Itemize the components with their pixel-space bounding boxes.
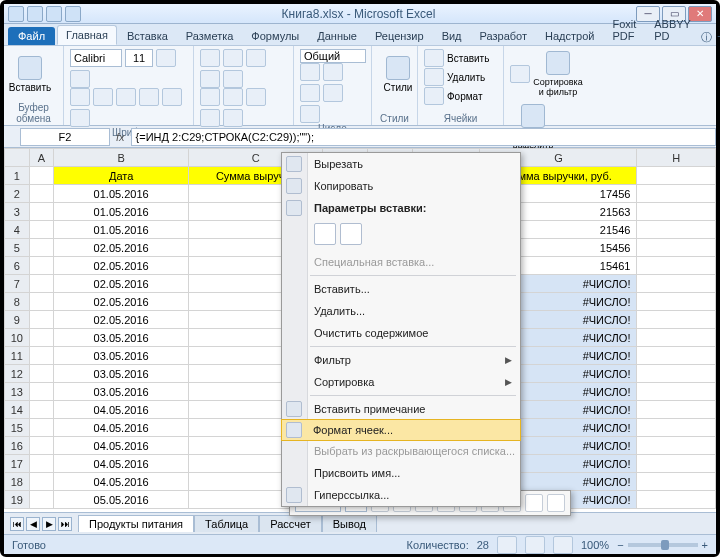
qat-undo-icon[interactable]: [46, 6, 62, 22]
number-format[interactable]: Общий: [300, 49, 366, 63]
sheet-nav-prev[interactable]: ◀: [26, 517, 40, 531]
cell[interactable]: [637, 437, 716, 455]
sheet-tab-3[interactable]: Вывод: [322, 515, 377, 532]
cell[interactable]: [637, 329, 716, 347]
cell[interactable]: 02.05.2016: [54, 311, 189, 329]
dec-dec-icon[interactable]: [300, 105, 320, 123]
col-header-H[interactable]: H: [637, 149, 716, 167]
cell[interactable]: [29, 473, 54, 491]
ribbon-minimize-icon[interactable]: ⓘ: [701, 30, 712, 45]
styles-button[interactable]: Стили: [378, 49, 418, 99]
row-header-17[interactable]: 17: [5, 455, 30, 473]
ctx-comment[interactable]: Вставить примечание: [282, 398, 520, 420]
border-icon[interactable]: [139, 88, 159, 106]
cell[interactable]: [29, 401, 54, 419]
cell[interactable]: 03.05.2016: [54, 347, 189, 365]
tab-home[interactable]: Главная: [57, 25, 117, 45]
row-header-7[interactable]: 7: [5, 275, 30, 293]
ctx-delete[interactable]: Удалить...: [282, 300, 520, 322]
ctx-insert[interactable]: Вставить...: [282, 278, 520, 300]
cell[interactable]: 04.05.2016: [54, 437, 189, 455]
cell[interactable]: [29, 311, 54, 329]
cell[interactable]: 04.05.2016: [54, 455, 189, 473]
header-date[interactable]: Дата: [54, 167, 189, 185]
cell[interactable]: [29, 239, 54, 257]
ctx-dropdown-list[interactable]: Выбрать из раскрывающегося списка...: [282, 440, 520, 462]
ctx-paste-special[interactable]: Специальная вставка...: [282, 251, 520, 273]
sheet-tab-1[interactable]: Таблица: [194, 515, 259, 532]
italic-icon[interactable]: [93, 88, 113, 106]
ctx-copy[interactable]: Копировать: [282, 175, 520, 197]
indent-dec-icon[interactable]: [200, 109, 220, 127]
zoom-level[interactable]: 100%: [581, 539, 609, 551]
cell[interactable]: [29, 491, 54, 509]
col-header-A[interactable]: A: [29, 149, 54, 167]
sheet-nav-last[interactable]: ⏭: [58, 517, 72, 531]
cell[interactable]: [637, 491, 716, 509]
currency-icon[interactable]: [300, 63, 320, 81]
fill-color-icon[interactable]: [162, 88, 182, 106]
cell[interactable]: 01.05.2016: [54, 221, 189, 239]
align-top-icon[interactable]: [200, 49, 220, 67]
ctx-hyperlink[interactable]: Гиперссылка...: [282, 484, 520, 506]
cell[interactable]: [29, 275, 54, 293]
ctx-cut[interactable]: Вырезать: [282, 153, 520, 175]
autosum-icon[interactable]: [510, 65, 530, 83]
cell[interactable]: [637, 239, 716, 257]
cell[interactable]: 03.05.2016: [54, 383, 189, 401]
cell[interactable]: [637, 185, 716, 203]
tab-data[interactable]: Данные: [309, 27, 365, 45]
align-center-icon[interactable]: [223, 88, 243, 106]
view-layout-icon[interactable]: [525, 536, 545, 554]
cell[interactable]: 02.05.2016: [54, 293, 189, 311]
cell[interactable]: [637, 221, 716, 239]
row-header-13[interactable]: 13: [5, 383, 30, 401]
ctx-sort[interactable]: Сортировка▶: [282, 371, 520, 393]
cell[interactable]: [29, 437, 54, 455]
name-box[interactable]: F2: [20, 128, 110, 146]
ctx-filter[interactable]: Фильтр▶: [282, 349, 520, 371]
cell[interactable]: [29, 167, 54, 185]
cell[interactable]: [637, 383, 716, 401]
cell[interactable]: [29, 455, 54, 473]
mini-fill-icon[interactable]: [525, 494, 543, 512]
tab-view[interactable]: Вид: [434, 27, 470, 45]
cell[interactable]: [29, 365, 54, 383]
row-header-14[interactable]: 14: [5, 401, 30, 419]
formula-bar[interactable]: {=ИНД 2:C29;СТРОКА(C2:C29));"");: [131, 128, 716, 146]
align-left-icon[interactable]: [200, 88, 220, 106]
tab-developer[interactable]: Разработ: [472, 27, 535, 45]
row-header-15[interactable]: 15: [5, 419, 30, 437]
cell[interactable]: 05.05.2016: [54, 491, 189, 509]
increase-font-icon[interactable]: [156, 49, 176, 67]
zoom-out-icon[interactable]: −: [617, 539, 623, 551]
col-header-B[interactable]: B: [54, 149, 189, 167]
underline-icon[interactable]: [116, 88, 136, 106]
tab-layout[interactable]: Разметка: [178, 27, 242, 45]
tab-insert[interactable]: Вставка: [119, 27, 176, 45]
zoom-slider[interactable]: [628, 543, 698, 547]
row-header-12[interactable]: 12: [5, 365, 30, 383]
cell[interactable]: [637, 347, 716, 365]
row-header-6[interactable]: 6: [5, 257, 30, 275]
align-bot-icon[interactable]: [246, 49, 266, 67]
cells-format[interactable]: Формат: [424, 87, 497, 105]
file-tab[interactable]: Файл: [8, 27, 55, 45]
view-break-icon[interactable]: [553, 536, 573, 554]
tab-foxit[interactable]: Foxit PDF: [604, 15, 644, 45]
font-select[interactable]: Calibri: [70, 49, 122, 67]
cell[interactable]: [637, 365, 716, 383]
sheet-tab-0[interactable]: Продукты питания: [78, 515, 194, 532]
cell[interactable]: 04.05.2016: [54, 401, 189, 419]
align-mid-icon[interactable]: [223, 49, 243, 67]
mini-fontcolor-icon[interactable]: [547, 494, 565, 512]
cell[interactable]: [637, 311, 716, 329]
row-header-16[interactable]: 16: [5, 437, 30, 455]
dec-inc-icon[interactable]: [323, 84, 343, 102]
tab-review[interactable]: Рецензир: [367, 27, 432, 45]
tab-abbyy[interactable]: ABBYY PD: [646, 15, 699, 45]
cell[interactable]: [29, 419, 54, 437]
paste-opt1-icon[interactable]: [314, 223, 336, 245]
sheet-tab-2[interactable]: Рассчет: [259, 515, 322, 532]
cell[interactable]: [637, 419, 716, 437]
